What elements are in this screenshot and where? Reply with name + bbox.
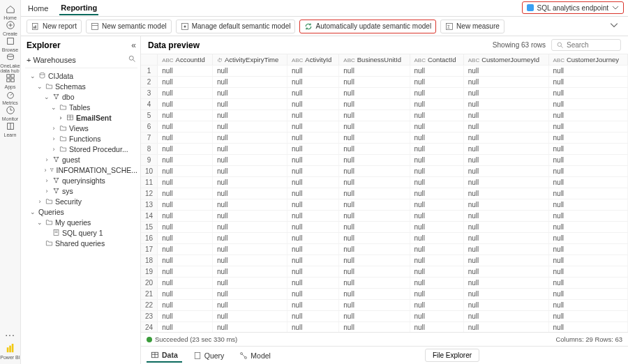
status-success-icon (147, 337, 152, 342)
metrics-icon (6, 89, 15, 99)
tab-reporting[interactable]: Reporting (59, 1, 98, 15)
column-header[interactable]: ABCCustomerJourney (548, 54, 627, 66)
browse-icon (6, 36, 15, 46)
rail-powerbi[interactable]: Power BI (0, 344, 20, 360)
tree-queries[interactable]: ⌄Queries (25, 206, 137, 217)
table-row[interactable]: 10nullnullnullnullnullnullnull (141, 166, 628, 177)
table-row[interactable]: 16nullnullnullnullnullnullnull (141, 233, 628, 244)
explorer-panel: Explorer « + Warehouses ⌄CIJdata ⌄Schema… (21, 36, 141, 364)
bottom-tab-model[interactable]: Model (235, 349, 275, 362)
learn-icon (6, 121, 15, 131)
bottom-tab-data[interactable]: Data (147, 349, 182, 363)
new-measure-button[interactable]: Σ New measure (440, 20, 504, 33)
column-header[interactable]: ABCBusinessUnitId (339, 54, 410, 66)
column-header[interactable]: ⏱ActivityExpiryTime (213, 54, 287, 66)
table-row[interactable]: 7nullnullnullnullnullnullnull (141, 132, 628, 144)
rail-learn[interactable]: Learn (1, 121, 20, 137)
new-semantic-model-button[interactable]: New semantic model (86, 20, 172, 33)
rail-more[interactable]: ... (1, 327, 20, 338)
bottom-tab-bar: Data Query Model File Explorer (141, 346, 628, 364)
table-row[interactable]: 15nullnullnullnullnullnullnull (141, 222, 628, 233)
table-row[interactable]: 9nullnullnullnullnullnullnull (141, 155, 628, 166)
tree-schema-queryinsights[interactable]: ›queryinsights (25, 175, 137, 185)
tree-schemas[interactable]: ⌄Schemas (25, 81, 137, 91)
table-row[interactable]: 23nullnullnullnullnullnullnull (141, 311, 628, 322)
folder-icon (45, 239, 53, 247)
table-row[interactable]: 21nullnullnullnullnullnullnull (141, 289, 628, 300)
table-row[interactable]: 2nullnullnullnullnullnullnull (141, 77, 628, 88)
tree-functions[interactable]: ›Functions (25, 133, 137, 144)
report-icon (31, 22, 40, 31)
bottom-tab-query[interactable]: Query (189, 349, 229, 362)
table-icon (66, 114, 74, 121)
svg-rect-18 (11, 344, 13, 352)
endpoint-selector[interactable]: SQL analytics endpoint (522, 1, 624, 14)
rail-apps[interactable]: Apps (1, 73, 20, 89)
rail-home[interactable]: Home (1, 4, 20, 20)
tree-table-emailsent[interactable]: ›EmailSent (25, 112, 137, 123)
preview-search[interactable] (551, 39, 621, 51)
tree-schema-information[interactable]: ›INFORMATION_SCHE... (25, 165, 137, 175)
add-warehouse-button[interactable]: + Warehouses (27, 56, 76, 64)
rail-create[interactable]: Create (1, 20, 20, 36)
tree-sql-query-1[interactable]: SQL query 1 (25, 227, 137, 238)
tree-security[interactable]: ›Security (25, 196, 137, 206)
table-row[interactable]: 14nullnullnullnullnullnullnull (141, 211, 628, 222)
schema-icon (52, 187, 60, 195)
table-row[interactable]: 5nullnullnullnullnullnullnull (141, 110, 628, 121)
tree-stored-procedures[interactable]: ›Stored Procedur... (25, 144, 137, 154)
explorer-title: Explorer (27, 40, 61, 50)
tab-home[interactable]: Home (27, 1, 50, 15)
rail-onelake[interactable]: OneLake data hub (1, 52, 20, 73)
tree-warehouse-cijdata[interactable]: ⌄CIJdata (25, 70, 137, 81)
powerbi-icon (6, 344, 15, 354)
toolbar-overflow[interactable] (606, 20, 622, 33)
search-icon (128, 54, 136, 63)
tree-schema-guest[interactable]: ›guest (25, 154, 137, 165)
table-row[interactable]: 20nullnullnullnullnullnullnull (141, 278, 628, 289)
rail-browse[interactable]: Browse (1, 36, 20, 52)
tree-shared-queries[interactable]: Shared queries (25, 238, 137, 248)
rail-monitor[interactable]: Monitor (1, 105, 20, 121)
search-input[interactable] (567, 41, 615, 49)
data-grid[interactable]: ABCAccountId⏱ActivityExpiryTimeABCActivi… (141, 54, 628, 332)
explorer-search-button[interactable] (128, 54, 136, 65)
column-header[interactable]: ABCAccountId (158, 54, 213, 66)
explorer-collapse-button[interactable]: « (131, 40, 136, 50)
table-row[interactable]: 19nullnullnullnullnullnullnull (141, 266, 628, 278)
table-row[interactable]: 4nullnullnullnullnullnullnull (141, 99, 628, 110)
column-header[interactable]: ABCCustomerJourneyId (463, 54, 548, 66)
endpoint-label: SQL analytics endpoint (537, 4, 608, 12)
table-row[interactable]: 24nullnullnullnullnullnullnull (141, 322, 628, 333)
table-row[interactable]: 22nullnullnullnullnullnullnull (141, 300, 628, 311)
manage-default-button[interactable]: Manage default semantic model (176, 20, 296, 33)
table-row[interactable]: 8nullnullnullnullnullnullnull (141, 144, 628, 155)
tree-tables[interactable]: ⌄Tables (25, 102, 137, 112)
svg-rect-5 (6, 75, 9, 77)
tree-schema-sys[interactable]: ›sys (25, 185, 137, 196)
table-row[interactable]: 18nullnullnullnullnullnullnull (141, 255, 628, 266)
table-row[interactable]: 3nullnullnullnullnullnullnull (141, 88, 628, 99)
folder-icon (45, 197, 53, 205)
folder-icon (59, 124, 67, 132)
svg-rect-20 (33, 26, 35, 29)
top-tab-bar: Home Reporting SQL analytics endpoint (21, 0, 628, 17)
rail-metrics[interactable]: Metrics (1, 89, 20, 105)
table-row[interactable]: 17nullnullnullnullnullnullnull (141, 244, 628, 255)
tree-schema-dbo[interactable]: ⌄dbo (25, 91, 137, 102)
svg-rect-7 (6, 79, 9, 82)
table-row[interactable]: 1nullnullnullnullnullnullnull (141, 66, 628, 77)
table-row[interactable]: 6nullnullnullnullnullnullnull (141, 121, 628, 132)
chevron-down-icon (610, 21, 618, 29)
file-explorer-button[interactable]: File Explorer (425, 349, 479, 362)
column-header[interactable]: ABCContactId (410, 54, 463, 66)
table-row[interactable]: 12nullnullnullnullnullnullnull (141, 188, 628, 199)
apps-icon (6, 73, 15, 83)
tree-my-queries[interactable]: ⌄My queries (25, 217, 137, 227)
table-row[interactable]: 13nullnullnullnullnullnullnull (141, 199, 628, 211)
auto-update-button[interactable]: Automatically update semantic model (299, 20, 436, 33)
new-report-button[interactable]: New report (27, 20, 82, 33)
table-row[interactable]: 11nullnullnullnullnullnullnull (141, 177, 628, 188)
tree-views[interactable]: ›Views (25, 123, 137, 133)
column-header[interactable]: ABCActivityId (287, 54, 338, 66)
